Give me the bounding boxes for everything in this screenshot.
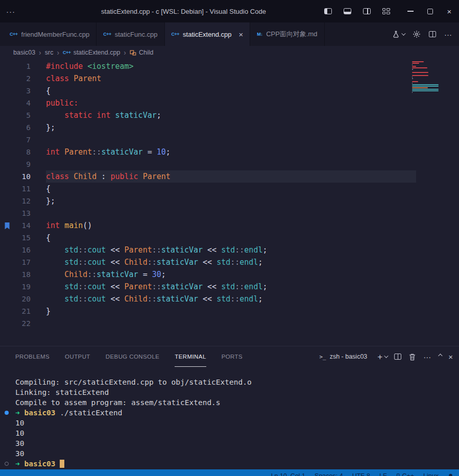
status-item-spaces-4[interactable]: Spaces: 4 xyxy=(310,472,348,476)
terminal-cursor xyxy=(60,460,64,468)
status-item-utf-8[interactable]: UTF-8 xyxy=(348,472,375,476)
panel-tab-debug-console[interactable]: DEBUG CONSOLE xyxy=(106,346,160,367)
panel-header: PROBLEMSOUTPUTDEBUG CONSOLETERMINALPORTS… xyxy=(0,346,459,367)
line-number: 20 xyxy=(0,293,31,305)
code-line: 22 xyxy=(0,317,459,330)
code-line: 8int Parent::staticVar = 10; xyxy=(0,146,459,158)
line-number: 12 xyxy=(0,195,31,207)
toggle-panel-icon[interactable] xyxy=(337,0,357,22)
more-panel-actions-icon[interactable]: ··· xyxy=(423,353,431,361)
vscode-window: ··· staticExtend.cpp - c [WSL: Debian] -… xyxy=(0,0,459,476)
tab-friendmemberfunc-cpp[interactable]: C++friendMemberFunc.cpp xyxy=(3,22,96,46)
line-number: 11 xyxy=(0,183,31,195)
code-area: 1#include <iostream>2class Parent3{4publ… xyxy=(0,59,459,330)
line-number: 19 xyxy=(0,281,31,293)
breadcrumb-label: basic03 xyxy=(13,49,35,56)
line-number: 9 xyxy=(0,158,31,170)
line-number: 18 xyxy=(0,268,31,281)
breadcrumb-label: Child xyxy=(139,49,154,56)
window-title: staticExtend.cpp - c [WSL: Debian] - Vis… xyxy=(61,8,306,15)
more-editor-actions-icon[interactable]: ··· xyxy=(444,30,452,39)
tab-cpp-md[interactable]: M↓CPP面向对象.md xyxy=(250,22,324,46)
minimap[interactable] xyxy=(412,61,441,95)
class-symbol-icon xyxy=(130,49,136,56)
close-window-button[interactable]: × xyxy=(440,0,459,22)
customize-layout-icon[interactable] xyxy=(376,0,396,22)
cpp-file-icon: C++ xyxy=(63,50,71,55)
status-item-linux[interactable]: Linux xyxy=(419,472,443,476)
tab-staticfunc-cpp[interactable]: C++staticFunc.cpp xyxy=(96,22,164,46)
terminal-line: ➜ basic03 xyxy=(15,459,459,469)
code-line: 5 static int staticVar; xyxy=(0,109,459,121)
kill-terminal-icon[interactable] xyxy=(408,353,416,361)
tab-close-icon[interactable]: × xyxy=(238,31,243,38)
terminal-output[interactable]: Compiling: src/staticExtend.cpp to obj/s… xyxy=(0,367,459,469)
toggle-secondary-sidebar-icon[interactable] xyxy=(357,0,376,22)
code-text: { xyxy=(46,183,416,195)
line-number: 5 xyxy=(0,109,31,121)
code-text: std::cout << Parent::staticVar << std::e… xyxy=(46,281,416,293)
split-editor-icon[interactable] xyxy=(429,31,436,37)
code-line: 15{ xyxy=(0,232,459,244)
line-number: 6 xyxy=(0,121,31,134)
settings-gear-icon[interactable] xyxy=(413,30,421,38)
terminal-line: Compile to assem program: assem/staticEx… xyxy=(15,397,459,408)
window-controls: × xyxy=(318,0,459,22)
new-terminal-button[interactable]: + xyxy=(377,353,387,361)
title-bar: ··· staticExtend.cpp - c [WSL: Debian] -… xyxy=(0,0,459,22)
line-number: 2 xyxy=(0,72,31,85)
terminal-line: 30 xyxy=(15,448,459,459)
tab-staticextend-cpp[interactable]: C++staticExtend.cpp× xyxy=(165,22,251,46)
code-line: 12}; xyxy=(0,195,459,207)
panel-tab-output[interactable]: OUTPUT xyxy=(65,346,90,367)
md-file-icon: M↓ xyxy=(257,32,262,37)
code-text: { xyxy=(46,85,416,97)
menu-ellipsis-icon[interactable]: ··· xyxy=(0,7,21,16)
terminal-session-item[interactable]: >_ zsh - basic03 xyxy=(319,353,367,360)
terminal-line: 30 xyxy=(15,438,459,448)
code-line: 17 std::cout << Child::staticVar << std:… xyxy=(0,256,459,268)
close-panel-icon[interactable]: × xyxy=(448,353,453,361)
panel-tab-ports[interactable]: PORTS xyxy=(222,346,243,367)
code-line: 18 Child::staticVar = 30; xyxy=(0,268,459,281)
code-line: 20 std::cout << Child::staticVar << std:… xyxy=(0,293,459,305)
line-number: 17 xyxy=(0,256,31,268)
terminal-line: Compiling: src/staticExtend.cpp to obj/s… xyxy=(15,377,459,387)
code-text: }; xyxy=(46,195,416,207)
panel-tab-problems[interactable]: PROBLEMS xyxy=(15,346,50,367)
status-item-ln-10-col-1[interactable]: Ln 10, Col 1 xyxy=(267,472,310,476)
run-cpp-file-button[interactable] xyxy=(392,31,404,38)
breadcrumb-item-child[interactable]: Child xyxy=(130,49,154,56)
status-item-lf[interactable]: LF xyxy=(375,472,392,476)
command-decoration-icon[interactable] xyxy=(5,411,9,415)
command-decoration-icon[interactable] xyxy=(5,462,9,466)
panel-tab-terminal[interactable]: TERMINAL xyxy=(175,346,206,367)
breadcrumb-item-basic03[interactable]: basic03 xyxy=(13,49,35,56)
panel-actions: >_ zsh - basic03 + ··· × xyxy=(319,353,453,361)
code-text: std::cout << Child::staticVar << std::en… xyxy=(46,293,416,305)
breadcrumb-item-src[interactable]: src xyxy=(45,49,54,56)
line-number: 13 xyxy=(0,207,31,219)
maximize-button[interactable] xyxy=(420,0,440,22)
maximize-panel-icon[interactable] xyxy=(438,355,441,358)
code-line: 10class Child : public Parent xyxy=(0,170,459,183)
toggle-primary-sidebar-icon[interactable] xyxy=(318,0,337,22)
breadcrumb-separator-icon: › xyxy=(57,48,59,57)
code-text: int Parent::staticVar = 10; xyxy=(46,146,416,158)
code-line: 9 xyxy=(0,158,459,170)
panel: PROBLEMSOUTPUTDEBUG CONSOLETERMINALPORTS… xyxy=(0,346,459,469)
breadcrumb-separator-icon: › xyxy=(124,48,126,57)
line-number: 4 xyxy=(0,97,31,109)
minimap-line xyxy=(412,93,441,95)
editor[interactable]: 1#include <iostream>2class Parent3{4publ… xyxy=(0,59,459,346)
code-line: 13 xyxy=(0,207,459,219)
status-item--c-[interactable]: {} C++ xyxy=(392,472,419,476)
code-line: 14int main() xyxy=(0,219,459,232)
code-text xyxy=(46,134,416,146)
minimize-button[interactable] xyxy=(401,0,420,22)
split-terminal-icon[interactable] xyxy=(394,354,401,360)
notifications-bell-icon[interactable] xyxy=(443,473,454,476)
line-number: 1 xyxy=(0,60,31,72)
breadcrumb-item-staticextend-cpp[interactable]: C++staticExtend.cpp xyxy=(63,49,120,56)
code-text: class Parent xyxy=(46,72,416,85)
